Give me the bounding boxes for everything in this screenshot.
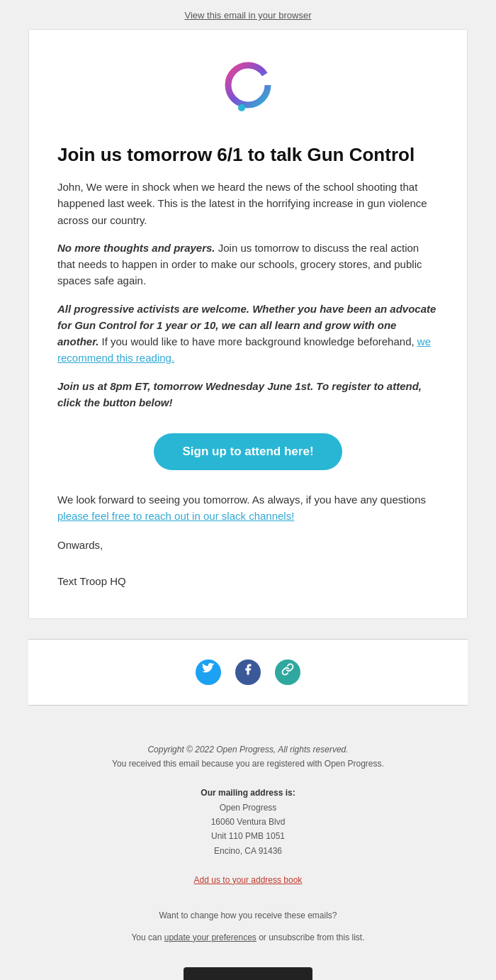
address-line-2: Unit 110 PMB 1051 [14, 829, 482, 843]
social-icons-container [28, 659, 468, 685]
mailchimp-text: mailchimp [229, 976, 298, 980]
org-name: Open Progress [14, 801, 482, 815]
body-paragraph-4: Join us at 8pm ET, tomorrow Wednesday Ju… [57, 378, 439, 411]
post-cta-text-1: We look forward to seeing you tomorrow. … [57, 494, 426, 506]
divider-2 [28, 705, 468, 706]
body-paragraph-3: All progressive activists are welcome. W… [57, 301, 439, 367]
address-book-link[interactable]: Add us to your address book [194, 875, 303, 885]
bold-italic-1: No more thoughts and prayers. [57, 242, 215, 254]
want-change-text: Want to change how you receive these ema… [14, 908, 482, 923]
body-paragraph-2: No more thoughts and prayers. Join us to… [57, 240, 439, 289]
sign-off: Onwards, [57, 536, 439, 555]
email-container: Join us tomorrow 6/1 to talk Gun Control… [28, 29, 468, 619]
view-in-browser-link[interactable]: View this email in your browser [185, 10, 312, 21]
registered-text: You received this email because you are … [14, 757, 482, 771]
signature-block: Onwards, Text Troop HQ [57, 536, 439, 591]
address-line-3: Encino, CA 91436 [14, 844, 482, 858]
svg-point-1 [237, 74, 259, 96]
update-preferences-link[interactable]: update your preferences [164, 932, 257, 942]
signup-button[interactable]: Sign up to attend here! [154, 433, 342, 470]
mailchimp-monkey-icon [198, 974, 222, 980]
divider-1 [28, 639, 468, 640]
update-text-2: or unsubscribe from this list. [257, 932, 365, 942]
post-cta-text: We look forward to seeing you tomorrow. … [57, 491, 439, 525]
copyright-text: Copyright © 2022 Open Progress, All righ… [14, 742, 482, 757]
top-bar: View this email in your browser [0, 0, 496, 29]
slack-link[interactable]: please feel free to reach out in our sla… [57, 510, 294, 522]
paragraph-3-rest: If you would like to have more backgroun… [98, 335, 417, 347]
body-paragraph-1: John, We were in shock when we heard the… [57, 179, 439, 228]
address-line-1: 16060 Ventura Blvd [14, 815, 482, 829]
update-text-1: You can [131, 932, 164, 942]
logo-icon [220, 58, 276, 122]
link-icon[interactable] [275, 659, 300, 685]
cta-container: Sign up to attend here! [57, 433, 439, 470]
twitter-icon[interactable] [196, 659, 221, 685]
update-preferences-line: You can update your preferences or unsub… [14, 930, 482, 945]
svg-point-3 [198, 974, 222, 980]
sender-name: Text Troop HQ [57, 572, 439, 591]
facebook-icon[interactable] [235, 659, 261, 685]
mailing-label: Our mailing address is: [14, 786, 482, 800]
svg-point-2 [238, 104, 245, 111]
social-section [28, 639, 468, 706]
email-heading: Join us tomorrow 6/1 to talk Gun Control [57, 144, 439, 166]
bottom-footer: Copyright © 2022 Open Progress, All righ… [0, 725, 496, 980]
logo-area [57, 51, 439, 124]
